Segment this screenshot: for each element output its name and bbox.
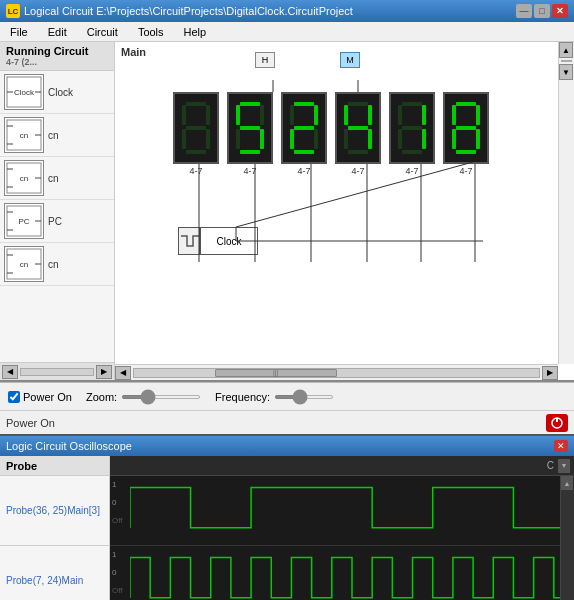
- display-3: 4-7: [335, 92, 381, 176]
- menu-help[interactable]: Help: [178, 24, 213, 40]
- toolbar: Power On Zoom: Frequency:: [0, 382, 574, 410]
- osc-vscroll-track[interactable]: [561, 490, 574, 600]
- osc-probe-1-label[interactable]: Probe(36, 25)Main[3]: [0, 476, 109, 546]
- osc-channel-header: C ▼: [110, 456, 574, 476]
- ch1-label-0: 0: [112, 498, 116, 507]
- osc-title-bar: Logic Circuit Oscilloscope ✕: [0, 436, 574, 456]
- sidebar-scrollbar-thumb[interactable]: [20, 368, 94, 376]
- maximize-button[interactable]: □: [534, 4, 550, 18]
- title-bar-text: Logical Circuit E:\Projects\CircuitProje…: [24, 5, 353, 17]
- osc-vscrollbar[interactable]: ▲ ▼: [560, 476, 574, 600]
- sidebar-item-cn2[interactable]: cn cn: [0, 157, 114, 200]
- osc-waveforms: 1 0 Off 1 0 Off: [110, 476, 574, 600]
- osc-vscroll-btn[interactable]: ▼: [558, 459, 570, 473]
- ch2-label-off: Off: [112, 586, 123, 595]
- sidebar-scroll-area: Clock Clock cn cn: [0, 71, 114, 362]
- ch2-label-0: 0: [112, 568, 116, 577]
- sidebar-cn3-component: cn: [4, 246, 44, 282]
- osc-title-text: Logic Circuit Oscilloscope: [6, 440, 132, 452]
- svg-text:cn: cn: [20, 131, 28, 140]
- status-text: Power On: [6, 417, 55, 429]
- vscroll-thumb[interactable]: [561, 60, 572, 62]
- display-0-seg: #d0 .seg-top, #d0 .seg-tl, #d0 .seg-tr, …: [173, 92, 219, 164]
- power-button[interactable]: [546, 414, 568, 432]
- hscroll-track[interactable]: |||: [133, 368, 540, 378]
- sidebar-scroll-controls: ◀ ▶: [0, 362, 114, 380]
- sidebar-cn3-label: cn: [48, 259, 59, 270]
- display-4-label: 4-7: [405, 166, 418, 176]
- menu-tools[interactable]: Tools: [132, 24, 170, 40]
- osc-label-header: Probe: [0, 456, 109, 476]
- vscroll-down[interactable]: ▼: [559, 64, 573, 80]
- canvas-title: Main: [121, 46, 146, 58]
- osc-channel-2: 1 0 Off: [110, 546, 574, 600]
- close-button[interactable]: ✕: [552, 4, 568, 18]
- menu-bar: File Edit Circuit Tools Help: [0, 22, 574, 42]
- minimize-button[interactable]: —: [516, 4, 532, 18]
- title-bar: LC Logical Circuit E:\Projects\CircuitPr…: [0, 0, 574, 22]
- sidebar-scroll-right[interactable]: ▶: [96, 365, 112, 379]
- hscroll-thumb[interactable]: |||: [215, 369, 337, 377]
- zoom-slider[interactable]: [121, 395, 201, 399]
- svg-text:cn: cn: [20, 260, 28, 269]
- sidebar-item-pc[interactable]: PC PC: [0, 200, 114, 243]
- sidebar-scroll-left[interactable]: ◀: [2, 365, 18, 379]
- display-0-label: 4-7: [189, 166, 202, 176]
- ch2-label-1: 1: [112, 550, 116, 559]
- clock-input-block: [178, 227, 200, 255]
- ch1-label-1: 1: [112, 480, 116, 489]
- menu-file[interactable]: File: [4, 24, 34, 40]
- svg-text:Clock: Clock: [14, 88, 35, 97]
- ch2-waveform-svg: [130, 546, 574, 600]
- power-icon: [550, 416, 564, 430]
- sidebar-item-cn1[interactable]: cn cn: [0, 114, 114, 157]
- hscroll-right[interactable]: ▶: [542, 366, 558, 380]
- frequency-control: Frequency:: [215, 391, 334, 403]
- zoom-label: Zoom:: [86, 391, 117, 403]
- hscroll-left[interactable]: ◀: [115, 366, 131, 380]
- display-0: #d0 .seg-top, #d0 .seg-tl, #d0 .seg-tr, …: [173, 92, 219, 176]
- canvas-vscroll[interactable]: ▲ ▼: [558, 42, 574, 364]
- frequency-slider[interactable]: [274, 395, 334, 399]
- osc-channel-1: 1 0 Off: [110, 476, 574, 546]
- display-4: 4-7: [389, 92, 435, 176]
- power-on-control[interactable]: Power On: [8, 391, 72, 403]
- sidebar-clock-label: Clock: [48, 87, 73, 98]
- power-on-checkbox[interactable]: [8, 391, 20, 403]
- display-1-seg: [227, 92, 273, 164]
- display-3-label: 4-7: [351, 166, 364, 176]
- power-on-label: Power On: [23, 391, 72, 403]
- osc-content: Probe Probe(36, 25)Main[3] Probe(7, 24)M…: [0, 456, 574, 600]
- sidebar-cn2-component: cn: [4, 160, 44, 196]
- svg-text:PC: PC: [18, 217, 29, 226]
- displays-row: #d0 .seg-top, #d0 .seg-tl, #d0 .seg-tr, …: [173, 92, 489, 176]
- sidebar-item-cn3[interactable]: cn cn: [0, 243, 114, 286]
- canvas-area: Main H M: [115, 42, 574, 380]
- canvas-hscroll[interactable]: ◀ ||| ▶: [115, 364, 558, 380]
- oscilloscope-panel: Logic Circuit Oscilloscope ✕ Probe Probe…: [0, 434, 574, 600]
- sidebar-item-clock[interactable]: Clock Clock: [0, 71, 114, 114]
- display-5-label: 4-7: [459, 166, 472, 176]
- osc-close-button[interactable]: ✕: [554, 440, 568, 452]
- display-2: 4-7: [281, 92, 327, 176]
- clock-area: Clock: [178, 227, 258, 255]
- sidebar-pc-component: PC: [4, 203, 44, 239]
- sidebar-cn2-label: cn: [48, 173, 59, 184]
- osc-vscroll-up[interactable]: ▲: [561, 476, 573, 490]
- sidebar-pc-label: PC: [48, 216, 62, 227]
- title-bar-left: LC Logical Circuit E:\Projects\CircuitPr…: [6, 4, 353, 18]
- osc-labels: Probe Probe(36, 25)Main[3] Probe(7, 24)M…: [0, 456, 110, 600]
- display-5: 4-7: [443, 92, 489, 176]
- clock-block: Clock: [200, 227, 258, 255]
- menu-circuit[interactable]: Circuit: [81, 24, 124, 40]
- vscroll-up[interactable]: ▲: [559, 42, 573, 58]
- circuit-canvas: #d0 .seg-top, #d0 .seg-tl, #d0 .seg-tr, …: [123, 62, 556, 362]
- menu-edit[interactable]: Edit: [42, 24, 73, 40]
- main-window: Running Circuit 4-7 (2... Clock Clock: [0, 42, 574, 382]
- osc-probe-2-label[interactable]: Probe(7, 24)Main: [0, 546, 109, 600]
- display-1: 4-7: [227, 92, 273, 176]
- sidebar-title: Running Circuit 4-7 (2...: [0, 42, 114, 71]
- display-1-label: 4-7: [243, 166, 256, 176]
- ch1-label-off: Off: [112, 516, 123, 525]
- zoom-control: Zoom:: [86, 391, 201, 403]
